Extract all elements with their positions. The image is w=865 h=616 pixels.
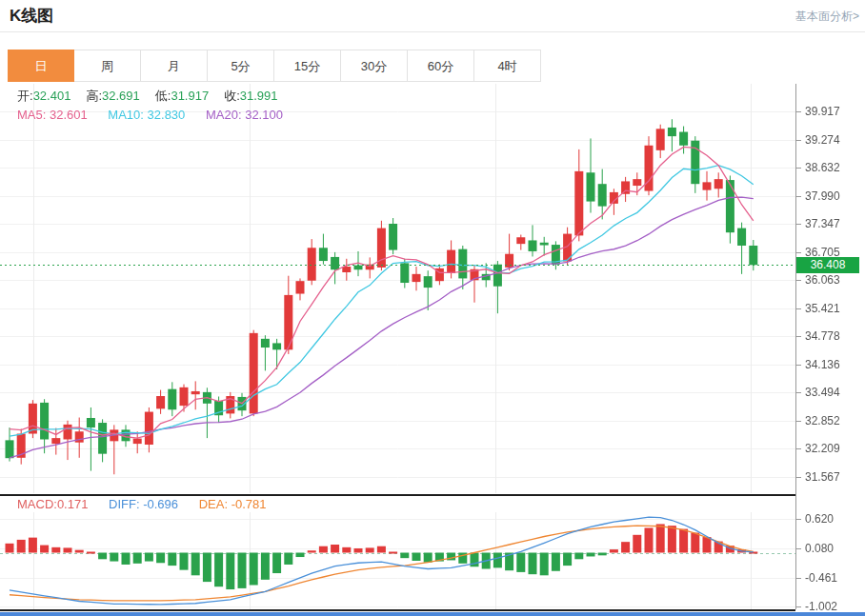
ma5-label: MA5: — [17, 108, 46, 122]
ma10-label: MA10: — [108, 108, 144, 122]
ma-readout: MA5: 32.601 MA10: 32.830 MA20: 32.100 — [17, 108, 300, 122]
open-value: 32.401 — [33, 89, 71, 103]
dea-label: DEA: — [199, 497, 228, 511]
ma20-label: MA20: — [206, 108, 242, 122]
low-label: 低: — [155, 89, 171, 103]
dea-value: -0.781 — [231, 497, 267, 511]
diff-label: DIFF: — [109, 497, 140, 511]
close-label: 收: — [224, 89, 240, 103]
ma20-value: 32.100 — [245, 108, 283, 122]
macd-value: 0.171 — [57, 497, 89, 511]
macd-label: MACD: — [17, 497, 57, 511]
close-value: 31.991 — [240, 89, 278, 103]
open-label: 开: — [17, 89, 33, 103]
ma5-value: 32.601 — [50, 108, 88, 122]
low-value: 31.917 — [171, 89, 209, 103]
diff-value: -0.696 — [143, 497, 178, 511]
high-value: 32.691 — [102, 89, 140, 103]
current-price-tag: 36.408 — [796, 257, 859, 273]
kline-page: K线图 基本面分析> 日 周 月 5分 15分 30分 60分 4时 开:32.… — [0, 0, 865, 616]
ohlc-readout: 开:32.401高:32.691低:31.917收:31.991 — [17, 88, 293, 105]
h-scrollbar[interactable] — [0, 612, 865, 616]
macd-readout: MACD:0.171 DIFF: -0.696 DEA: -0.781 — [17, 497, 284, 511]
high-label: 高: — [86, 89, 102, 103]
ma10-value: 32.830 — [148, 108, 186, 122]
